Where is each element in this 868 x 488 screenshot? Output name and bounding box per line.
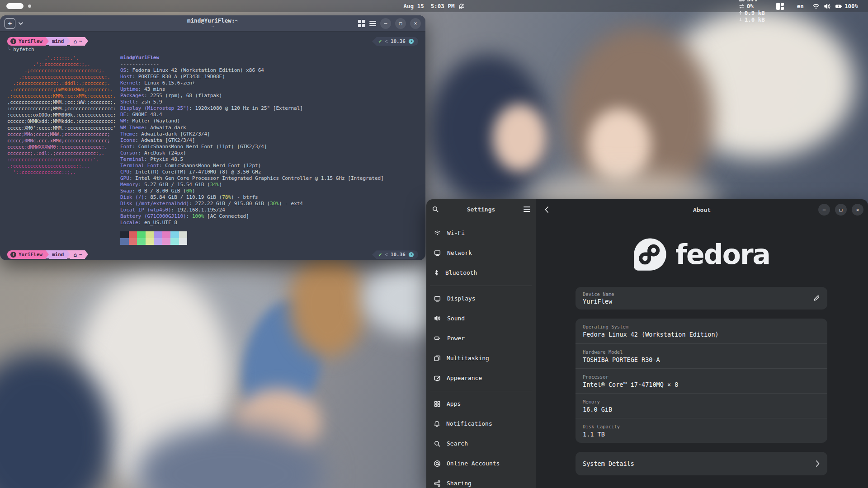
- terminal-maximize-button[interactable]: ▢: [395, 18, 406, 29]
- workspace-indicator[interactable]: [6, 3, 31, 9]
- terminal-menu-icon[interactable]: [369, 21, 376, 26]
- info-value: TOSHIBA PORTEGE R30-A: [583, 356, 820, 363]
- info-row-operating-system: Operating SystemFedora Linux 42 (Worksta…: [576, 319, 827, 343]
- sidebar-separator: [430, 391, 532, 391]
- apps-icon: [434, 400, 441, 408]
- vital-swap[interactable]: 0%: [738, 3, 765, 9]
- appearance-icon: [434, 375, 441, 382]
- sidebar-item-network[interactable]: Network: [429, 244, 533, 262]
- info-value: Fedora Linux 42 (Workstation Edition): [583, 331, 820, 338]
- edit-pencil-icon[interactable]: [813, 295, 820, 302]
- prompt-status-pill: ✔ < 10.36: [372, 250, 418, 259]
- sidebar-item-search[interactable]: Search: [429, 435, 533, 453]
- about-panel: About – ▢ ✕ fedora: [536, 199, 868, 488]
- displays-icon: [434, 295, 441, 302]
- duration-clock-icon: [408, 252, 414, 258]
- terminal-close-button[interactable]: ✕: [410, 18, 421, 29]
- sidebar-item-appearance[interactable]: Appearance: [429, 369, 533, 387]
- keyboard-layout-indicator[interactable]: en: [797, 3, 804, 9]
- typed-command: hyfetch: [13, 47, 34, 52]
- sidebar-item-bluetooth[interactable]: Bluetooth: [429, 264, 533, 282]
- prompt-continuation: ╰: [7, 47, 10, 52]
- duration-clock-icon: [408, 38, 414, 44]
- prompt-status-pill: ✔ < 10.36: [372, 37, 418, 46]
- settings-minimize-button[interactable]: –: [818, 204, 830, 216]
- sidebar-item-label: Sharing: [447, 480, 472, 487]
- palette-swatch: [179, 238, 188, 245]
- terminal-window: + mind@YuriFlew:~ ~ – ▢ ✕ f: [0, 15, 425, 260]
- clock-menu[interactable]: Aug 15 5:03 PM: [404, 3, 465, 9]
- workspace-pill-active[interactable]: [6, 3, 24, 9]
- sidebar-item-apps[interactable]: Apps: [429, 395, 533, 413]
- tiling-assistant-icon[interactable]: [776, 3, 784, 10]
- sidebar-headerbar: Settings: [426, 199, 536, 220]
- settings-nav-list: Wi-FiNetworkBluetoothDisplaysSoundPowerM…: [426, 220, 536, 488]
- prompt-path: ~: [79, 252, 82, 258]
- home-icon: ⌂: [73, 252, 76, 258]
- sidebar-menu-icon[interactable]: [524, 206, 530, 212]
- exit-status-check-icon: ✔: [378, 252, 382, 257]
- home-icon: ⌂: [73, 38, 76, 45]
- sidebar-item-power[interactable]: Power: [429, 329, 533, 347]
- net-down-icon: [738, 17, 743, 23]
- online-accounts-icon: [434, 460, 441, 467]
- settings-window: Settings Wi-FiNetworkBluetoothDisplaysSo…: [426, 199, 868, 488]
- fedora-brand: fedora: [576, 237, 827, 272]
- device-name-row[interactable]: Device Name YuriFlew: [576, 287, 827, 310]
- settings-sidebar: Settings Wi-FiNetworkBluetoothDisplaysSo…: [426, 199, 536, 488]
- info-value: 16.0 GiB: [583, 406, 820, 413]
- info-row-hardware-model: Hardware ModelTOSHIBA PORTEGE R30-A: [576, 343, 827, 368]
- pill-separator: <: [385, 251, 388, 258]
- top-bar: Aug 15 5:03 PM 7%34%0%0.9 kB1.0 kB en: [0, 0, 868, 12]
- search-icon[interactable]: [432, 206, 439, 213]
- prompt-dir: mind: [52, 252, 64, 258]
- fetch-info: mind@YuriFlew-------------OS: Fedora Lin…: [120, 55, 384, 226]
- terminal-minimize-button[interactable]: –: [380, 18, 391, 29]
- tab-overview-icon[interactable]: [358, 20, 365, 27]
- workspace-dot[interactable]: [28, 5, 31, 8]
- tab-list-chevron-icon[interactable]: [18, 22, 24, 25]
- sidebar-item-wi-fi[interactable]: Wi-Fi: [429, 224, 533, 242]
- device-name-value: YuriFlew: [583, 298, 614, 305]
- sidebar-item-displays[interactable]: Displays: [429, 290, 533, 308]
- swap-icon: [738, 3, 745, 9]
- info-label: Hardware Model: [583, 349, 820, 355]
- sidebar-item-online-accounts[interactable]: Online Accounts: [429, 455, 533, 473]
- wifi-icon[interactable]: [812, 3, 820, 9]
- sidebar-title: Settings: [467, 206, 495, 213]
- hyfetch-output: .',;::::;,'. .';:cccccccccccc:;,. .;cccc…: [7, 55, 418, 226]
- sidebar-item-label: Online Accounts: [447, 460, 500, 467]
- prompt-user: YuriFlew: [19, 252, 42, 258]
- terminal-content[interactable]: f YuriFlew mind ⌂ ~ ✔ < 10.36: [0, 32, 425, 259]
- sidebar-item-notifications[interactable]: Notifications: [429, 415, 533, 433]
- about-title: About: [693, 206, 711, 213]
- sidebar-item-label: Apps: [447, 400, 461, 407]
- sidebar-item-sharing[interactable]: Sharing: [429, 474, 533, 488]
- vital-net-up[interactable]: 0.9 kB: [738, 9, 765, 16]
- system-tray: 7%34%0%0.9 kB1.0 kB en: [738, 0, 861, 23]
- wifi-icon: [434, 230, 441, 236]
- vital-net-down[interactable]: 1.0 kB: [738, 16, 765, 23]
- info-row-processor: ProcessorIntel® Core™ i7-4710MQ × 8: [576, 368, 827, 393]
- system-vitals[interactable]: 7%34%0%0.9 kB1.0 kB: [738, 0, 768, 23]
- back-button[interactable]: [540, 203, 553, 216]
- battery-indicator[interactable]: 100%: [835, 3, 858, 9]
- terminal-headerbar[interactable]: + mind@YuriFlew:~ ~ – ▢ ✕: [0, 15, 425, 32]
- palette-swatch: [170, 231, 179, 238]
- exit-status-check-icon: ✔: [378, 39, 382, 44]
- sidebar-item-sound[interactable]: Sound: [429, 310, 533, 328]
- system-details-row[interactable]: System Details: [576, 452, 827, 475]
- sidebar-item-label: Appearance: [447, 375, 482, 381]
- palette-swatch: [170, 238, 179, 245]
- palette-swatch: [120, 231, 129, 238]
- settings-maximize-button[interactable]: ▢: [835, 204, 847, 216]
- new-tab-button[interactable]: +: [5, 18, 15, 29]
- settings-close-button[interactable]: ✕: [852, 204, 863, 216]
- vital-value: 0%: [747, 3, 754, 9]
- info-label: Processor: [583, 374, 820, 380]
- volume-icon[interactable]: [824, 3, 831, 9]
- sidebar-item-label: Network: [447, 249, 472, 256]
- info-label: Memory: [583, 399, 820, 404]
- system-info-group: Operating SystemFedora Linux 42 (Worksta…: [576, 319, 827, 443]
- sidebar-item-multitasking[interactable]: Multitasking: [429, 349, 533, 367]
